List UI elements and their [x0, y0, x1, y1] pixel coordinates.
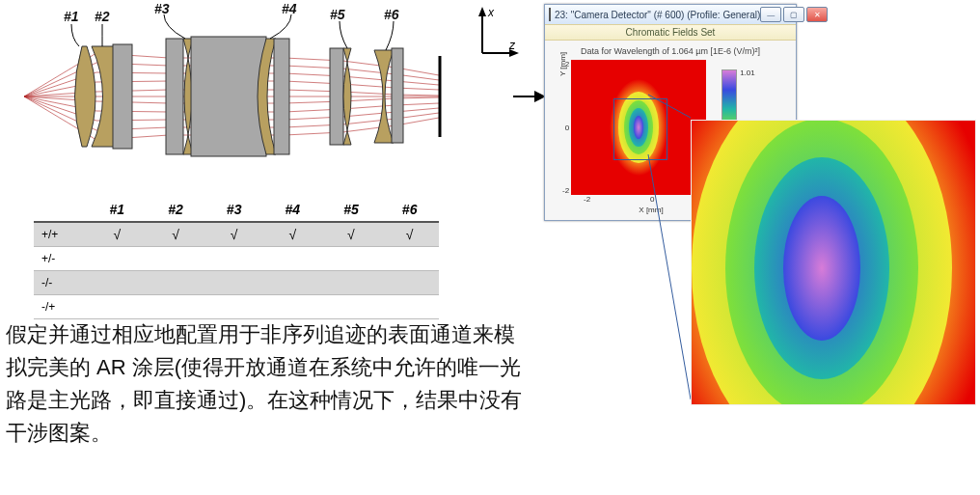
lens-label-2: #2 — [95, 9, 110, 24]
svg-rect-1 — [166, 39, 183, 154]
y-ticks: 2 0 -2 — [562, 60, 571, 195]
lens-label-5: #5 — [330, 7, 345, 22]
table-row: +/+ √ √ √ √ √ √ — [34, 222, 439, 247]
svg-rect-2 — [191, 37, 266, 156]
svg-rect-4 — [330, 48, 343, 145]
zoomed-heatmap — [691, 120, 976, 405]
svg-rect-5 — [392, 48, 403, 143]
app-icon — [549, 8, 551, 21]
lens-label-4: #4 — [282, 1, 297, 16]
lens-label-3: #3 — [154, 1, 170, 16]
table-row: -/+ — [34, 295, 439, 319]
optics-svg: #1 #2 #3 #4 #5 #6 — [10, 0, 482, 193]
table-row: -/- — [34, 271, 439, 295]
svg-text:z: z — [508, 39, 516, 52]
titlebar[interactable]: 23: "Camera Detector" (# 600) (Profile: … — [545, 5, 796, 24]
intensity-heatmap — [571, 60, 706, 195]
svg-rect-3 — [274, 39, 289, 154]
zoom-selection-box — [613, 98, 667, 160]
table-row: +/- — [34, 247, 439, 271]
lens-label-1: #1 — [64, 9, 79, 24]
svg-marker-8 — [478, 7, 486, 16]
caption-text: 假定并通过相应地配置用于非序列追迹的表面通道来模拟完美的 AR 涂层(使得开放通… — [6, 318, 534, 450]
y-axis-label: Y [mm] — [551, 60, 562, 69]
optical-system-diagram: #1 #2 #3 #4 #5 #6 — [10, 0, 482, 193]
subtitle-strip: Chromatic Fields Set — [545, 24, 796, 41]
maximize-button[interactable]: ▢ — [783, 7, 804, 22]
window-title: 23: "Camera Detector" (# 600) (Profile: … — [555, 10, 760, 20]
svg-text:x: x — [487, 6, 495, 19]
close-button[interactable]: ✕ — [806, 7, 828, 22]
coordinate-axes: x z — [473, 5, 521, 63]
plot-title: Data for Wavelength of 1.064 µm [1E-6 (V… — [551, 46, 790, 56]
coating-config-table: #1 #2 #3 #4 #5 #6 +/+ √ √ √ √ √ √ +/- — [34, 198, 439, 319]
minimize-button[interactable]: — — [760, 7, 781, 22]
svg-rect-0 — [113, 44, 132, 149]
lens-label-6: #6 — [384, 7, 399, 22]
